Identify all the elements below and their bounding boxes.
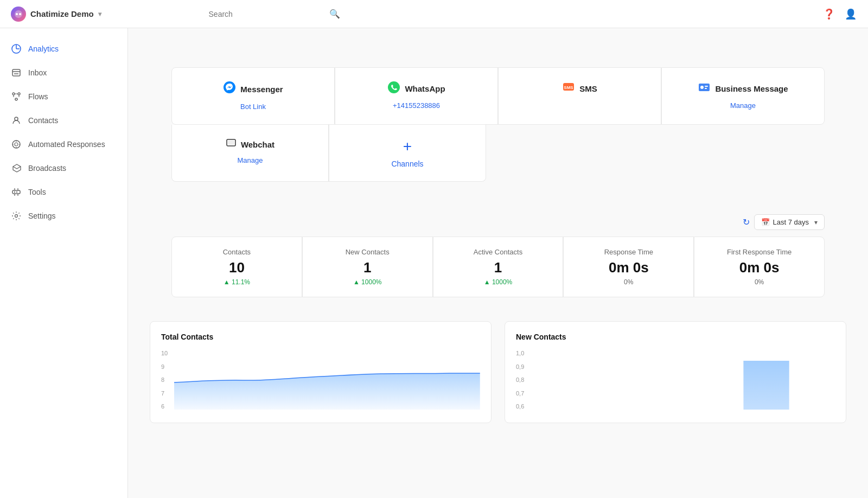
- svg-point-9: [12, 141, 20, 148]
- chart-new-contacts-title: New Contacts: [516, 333, 835, 341]
- topbar-actions: ❓ 👤: [822, 8, 857, 21]
- svg-point-7: [15, 98, 17, 100]
- stat-new-contacts-value: 1: [311, 259, 424, 276]
- search-icon[interactable]: 🔍: [329, 9, 340, 19]
- sidebar-item-tools[interactable]: Tools: [0, 180, 127, 204]
- webchat-name: Webchat: [241, 140, 275, 149]
- flows-icon: [11, 91, 22, 102]
- svg-point-24: [700, 86, 704, 89]
- webchat-link[interactable]: Manage: [238, 156, 263, 164]
- whatsapp-name: WhatsApp: [405, 84, 445, 93]
- svg-rect-17: [16, 191, 17, 193]
- stat-active-contacts: Active Contacts 1 ▲ 1000%: [433, 237, 564, 297]
- broadcasts-icon: [11, 163, 22, 174]
- sidebar-item-settings[interactable]: Settings: [0, 204, 127, 228]
- chart-new-contacts-area: [531, 350, 835, 412]
- y-label-7: 7: [161, 390, 168, 397]
- refresh-button[interactable]: ↻: [743, 217, 750, 227]
- logo-icon: [11, 7, 26, 22]
- add-channel-label: Channels: [391, 159, 423, 168]
- sidebar-item-contacts[interactable]: Contacts: [0, 108, 127, 132]
- chart-total-contacts-title: Total Contacts: [161, 333, 480, 341]
- tools-label: Tools: [28, 188, 46, 196]
- search-container: 🔍: [112, 9, 822, 19]
- business-message-link[interactable]: Manage: [730, 101, 756, 110]
- svg-point-10: [15, 143, 18, 146]
- automated-responses-icon: [11, 139, 22, 150]
- business-message-name: Business Message: [715, 84, 788, 93]
- svg-point-6: [18, 93, 20, 95]
- search-input[interactable]: [112, 10, 329, 18]
- business-message-icon: [698, 81, 711, 96]
- stats-header: ↻ 📅 Last 7 days ▾: [150, 214, 846, 237]
- svg-rect-16: [14, 191, 15, 193]
- inbox-label: Inbox: [28, 68, 47, 77]
- app-name: Chatimize Demo: [30, 9, 94, 18]
- stats-grid: Contacts 10 ▲ 11.1% New Contacts 1 ▲ 100…: [171, 237, 825, 297]
- y-label-06-new: 0,6: [516, 403, 524, 410]
- svg-rect-25: [705, 86, 708, 87]
- channel-whatsapp: WhatsApp +14155238886: [335, 67, 498, 125]
- date-filter-label: Last 7 days: [773, 218, 809, 226]
- webchat-icon: [226, 138, 237, 151]
- y-label-10-new: 1,0: [516, 350, 524, 356]
- chart-total-contacts-area: [174, 350, 480, 412]
- stat-response-time-value: 0m 0s: [572, 259, 685, 276]
- svg-point-19: [224, 81, 235, 93]
- messenger-link[interactable]: Bot Link: [240, 103, 266, 111]
- stat-new-contacts-label: New Contacts: [311, 248, 424, 256]
- topbar: Chatimize Demo ▾ 🔍 ❓ 👤: [0, 0, 868, 28]
- y-axis-new: 1,0 0,9 0,8 0,7 0,6: [516, 350, 526, 410]
- contacts-label: Contacts: [28, 116, 58, 125]
- sidebar-item-broadcasts[interactable]: Broadcasts: [0, 156, 127, 180]
- svg-point-20: [388, 81, 400, 93]
- messenger-name: Messenger: [240, 85, 283, 94]
- help-icon[interactable]: ❓: [822, 8, 835, 21]
- chart-total-contacts: Total Contacts 10 9 8 7 6: [150, 321, 492, 423]
- settings-label: Settings: [28, 212, 56, 220]
- app-logo[interactable]: Chatimize Demo ▾: [11, 7, 101, 22]
- tools-icon: [11, 187, 22, 197]
- y-label-8: 8: [161, 376, 168, 383]
- date-filter-button[interactable]: 📅 Last 7 days ▾: [754, 214, 825, 230]
- y-label-09-new: 0,9: [516, 363, 524, 370]
- y-label-6: 6: [161, 403, 168, 410]
- stat-contacts-value: 10: [181, 259, 293, 276]
- svg-point-18: [15, 215, 18, 218]
- chart-new-contacts: New Contacts 1,0 0,9 0,8 0,7 0,6: [505, 321, 846, 423]
- whatsapp-link[interactable]: +14155238886: [393, 101, 440, 110]
- channels-row1: Messenger Bot Link WhatsApp: [171, 67, 825, 125]
- flows-label: Flows: [28, 92, 48, 101]
- stat-contacts: Contacts 10 ▲ 11.1%: [171, 237, 302, 297]
- stat-new-contacts-change: ▲ 1000%: [311, 278, 424, 286]
- stat-active-contacts-change: ▲ 1000%: [442, 278, 554, 286]
- stat-first-response-time: First Response Time 0m 0s 0%: [694, 237, 825, 297]
- main-layout: Analytics Inbox Flows: [0, 28, 868, 498]
- settings-icon: [11, 210, 22, 221]
- channel-business-message: Business Message Manage: [661, 67, 825, 125]
- stat-first-response-time-change: 0%: [703, 278, 815, 286]
- inbox-icon: [11, 67, 22, 78]
- stat-response-time: Response Time 0m 0s 0%: [563, 237, 694, 297]
- y-label-9: 9: [161, 363, 168, 370]
- y-label-07-new: 0,7: [516, 390, 524, 397]
- stat-contacts-change: ▲ 11.1%: [181, 278, 293, 286]
- date-filter-chevron: ▾: [814, 219, 818, 226]
- sidebar-item-flows[interactable]: Flows: [0, 85, 127, 108]
- sidebar-item-analytics[interactable]: Analytics: [0, 37, 127, 61]
- user-icon[interactable]: 👤: [844, 8, 857, 21]
- contacts-icon: [11, 115, 22, 126]
- add-channel-card[interactable]: + Channels: [329, 125, 486, 182]
- add-channel-icon: +: [403, 138, 412, 155]
- broadcasts-label: Broadcasts: [28, 164, 66, 173]
- stat-response-time-label: Response Time: [572, 248, 685, 256]
- main-content: Messenger Bot Link WhatsApp: [128, 28, 868, 498]
- app-chevron: ▾: [98, 10, 101, 18]
- sidebar-item-inbox[interactable]: Inbox: [0, 61, 127, 85]
- svg-rect-30: [744, 361, 789, 410]
- channel-sms: SMS SMS: [498, 67, 661, 125]
- sms-icon: SMS: [562, 81, 575, 96]
- sidebar-item-automated-responses[interactable]: Automated Responses: [0, 132, 127, 156]
- svg-rect-4: [12, 69, 20, 76]
- whatsapp-icon: [387, 81, 400, 96]
